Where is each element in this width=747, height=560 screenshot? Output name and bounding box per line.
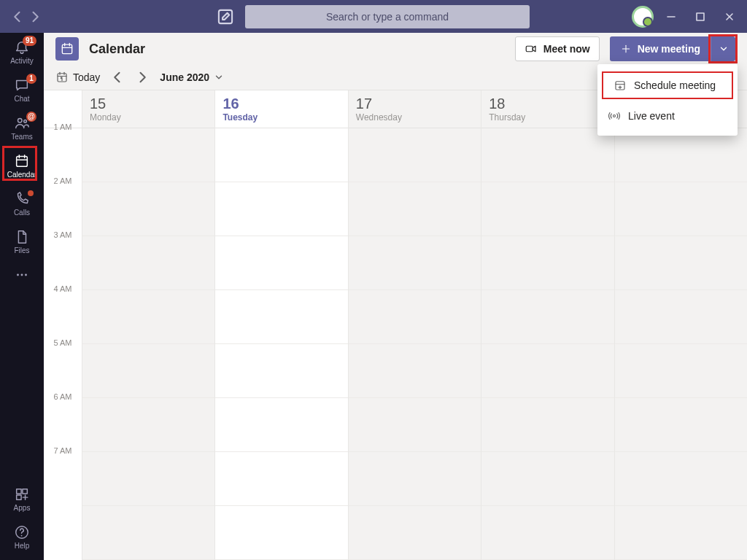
time-slot[interactable] <box>82 182 214 236</box>
day-name: Tuesday <box>222 112 340 122</box>
hour-label: 3 AM <box>44 236 82 290</box>
today-button[interactable]: Today <box>55 71 100 84</box>
time-slot[interactable] <box>615 182 747 236</box>
day-column[interactable]: 19Friday <box>614 90 747 560</box>
time-slot[interactable] <box>82 506 214 560</box>
month-label-text: June 2020 <box>160 71 209 83</box>
time-slot[interactable] <box>215 128 347 182</box>
new-meeting-button[interactable]: New meeting <box>610 36 711 61</box>
time-slot[interactable] <box>615 236 747 290</box>
nav-back[interactable] <box>10 9 25 24</box>
day-column[interactable]: 16Tuesday <box>214 90 347 560</box>
day-column[interactable]: 17Wednesday <box>348 90 481 560</box>
rail-more[interactable] <box>0 260 44 289</box>
day-header[interactable]: 16Tuesday <box>215 90 347 128</box>
time-slot[interactable] <box>349 398 481 452</box>
rail-files[interactable]: Files <box>0 222 44 260</box>
rail-teams[interactable]: Teams @ <box>0 109 44 147</box>
time-slot[interactable] <box>215 452 347 506</box>
time-slot[interactable] <box>481 344 614 398</box>
next-week[interactable] <box>135 70 150 85</box>
time-slot[interactable] <box>82 452 214 506</box>
time-slot[interactable] <box>349 344 481 398</box>
svg-rect-15 <box>23 489 27 493</box>
svg-point-13 <box>25 274 27 276</box>
day-body[interactable] <box>82 128 214 560</box>
dropdown-live-event[interactable]: Live event <box>597 104 738 128</box>
time-slot[interactable] <box>481 398 614 452</box>
day-column[interactable]: 15Monday <box>82 90 214 560</box>
time-slot[interactable] <box>215 290 347 344</box>
rail-apps[interactable]: Apps <box>0 480 44 518</box>
day-body[interactable] <box>349 128 481 560</box>
meet-now-label: Meet now <box>543 43 590 55</box>
time-slot[interactable] <box>215 398 347 452</box>
window-close[interactable] <box>718 7 741 27</box>
rail-calendar[interactable]: Calendar <box>0 147 44 184</box>
time-slot[interactable] <box>615 452 747 506</box>
meet-now-button[interactable]: Meet now <box>515 36 600 61</box>
rail-activity[interactable]: Activity 91 <box>0 33 44 71</box>
calendar-app-icon <box>55 37 79 61</box>
day-number: 16 <box>222 96 340 112</box>
time-slot[interactable] <box>481 452 614 506</box>
day-column[interactable]: 18Thursday <box>481 90 614 560</box>
time-slot[interactable] <box>481 506 614 560</box>
window-minimize[interactable] <box>659 7 683 27</box>
day-body[interactable] <box>481 128 614 560</box>
time-slot[interactable] <box>349 128 481 182</box>
search-input-wrap[interactable] <box>245 5 530 28</box>
time-slot[interactable] <box>82 398 214 452</box>
time-slot[interactable] <box>481 128 614 182</box>
time-slot[interactable] <box>481 290 614 344</box>
time-slot[interactable] <box>349 182 481 236</box>
window-maximize[interactable] <box>689 7 712 27</box>
svg-point-11 <box>17 274 19 276</box>
day-body[interactable] <box>215 128 347 560</box>
rail-help[interactable]: Help <box>0 518 44 556</box>
time-slot[interactable] <box>82 236 214 290</box>
day-body[interactable] <box>615 128 747 560</box>
rail-chat[interactable]: Chat 1 <box>0 71 44 109</box>
time-slot[interactable] <box>215 506 347 560</box>
nav-forward[interactable] <box>28 9 42 24</box>
svg-rect-0 <box>219 9 232 23</box>
prev-week[interactable] <box>110 70 125 85</box>
time-slot[interactable] <box>349 506 481 560</box>
hour-label: 1 AM <box>44 128 82 182</box>
time-slot[interactable] <box>349 236 481 290</box>
time-slot[interactable] <box>82 290 214 344</box>
day-header[interactable]: 15Monday <box>82 90 214 128</box>
svg-rect-7 <box>17 156 28 166</box>
time-slot[interactable] <box>615 506 747 560</box>
time-slot[interactable] <box>215 236 347 290</box>
rail-chat-badge: 1 <box>26 74 36 84</box>
avatar[interactable] <box>632 6 654 28</box>
time-slot[interactable] <box>615 128 747 182</box>
time-slot[interactable] <box>615 344 747 398</box>
time-slot[interactable] <box>481 236 614 290</box>
time-slot[interactable] <box>215 182 347 236</box>
time-slot[interactable] <box>82 128 214 182</box>
day-name: Wednesday <box>356 112 473 122</box>
rail-calls[interactable]: Calls <box>0 184 44 222</box>
rail-activity-label: Activity <box>10 57 34 65</box>
time-slot[interactable] <box>481 182 614 236</box>
time-slot[interactable] <box>615 290 747 344</box>
rail-calendar-label: Calendar <box>7 171 37 179</box>
day-header[interactable]: 18Thursday <box>481 90 614 128</box>
time-slot[interactable] <box>615 398 747 452</box>
time-slot[interactable] <box>82 344 214 398</box>
page-title: Calendar <box>89 42 145 57</box>
time-slot[interactable] <box>349 452 481 506</box>
search-input[interactable] <box>245 11 530 23</box>
day-header[interactable]: 17Wednesday <box>349 90 481 128</box>
time-slot[interactable] <box>349 290 481 344</box>
compose-icon[interactable] <box>216 7 235 26</box>
svg-point-18 <box>21 534 23 536</box>
month-picker[interactable]: June 2020 <box>160 71 224 83</box>
new-meeting-caret[interactable] <box>711 36 735 61</box>
dropdown-schedule-meeting[interactable]: Schedule meeting <box>602 71 733 99</box>
time-slot[interactable] <box>215 344 347 398</box>
svg-point-5 <box>18 118 23 122</box>
